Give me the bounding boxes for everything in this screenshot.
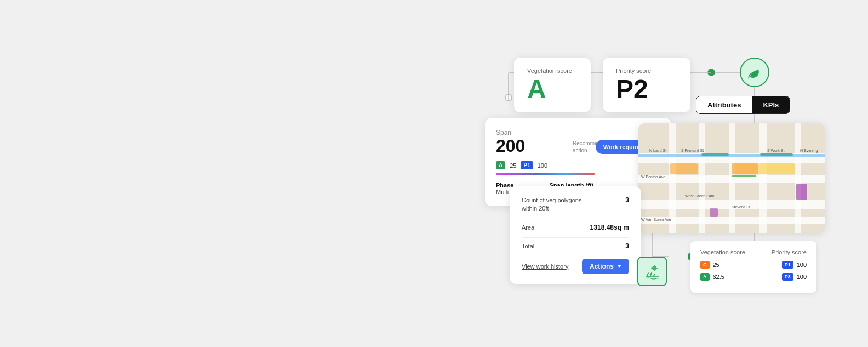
divider-2	[522, 237, 629, 238]
count-label: Count of veg polygons within 20ft	[522, 196, 598, 213]
svg-text:W Benton Ave: W Benton Ave	[641, 175, 665, 179]
svg-point-1	[505, 94, 512, 101]
svg-rect-21	[759, 123, 767, 233]
legend-veg-score-1: 25	[713, 261, 719, 268]
legend-badge-p3: P3	[782, 273, 793, 281]
svg-rect-18	[669, 123, 676, 233]
legend-left-2: A 62.5	[700, 273, 724, 281]
veg-count-card: Count of veg polygons within 20ft 3 Area…	[510, 186, 641, 284]
legend-badge-a: A	[700, 273, 710, 281]
legend-priority-score-2: 100	[797, 274, 807, 280]
badge-a-score: 25	[510, 162, 516, 169]
main-container: Vegetation score A Priority score P2 Att…	[0, 0, 868, 347]
legend-badge-c: C	[700, 261, 710, 269]
badge-p1-score: 100	[538, 162, 547, 169]
legend-veg-score-label: Vegetation score	[700, 249, 745, 255]
divider-1	[522, 219, 629, 219]
view-work-row: View work history Actions	[522, 259, 629, 274]
span-title: Span	[496, 129, 660, 136]
badge-p1: P1	[521, 161, 533, 169]
tabs-container: Attributes KPIs	[696, 96, 790, 114]
total-value: 3	[625, 242, 629, 250]
svg-point-4	[708, 69, 715, 76]
priority-score-label: Priority score	[616, 67, 677, 74]
svg-text:N Evening: N Evening	[800, 149, 818, 153]
svg-rect-26	[732, 163, 758, 174]
legend-header: Vegetation score Priority score	[700, 249, 807, 255]
priority-score-value: P2	[616, 76, 677, 103]
svg-text:Stevens St: Stevens St	[732, 205, 750, 209]
vegetation-icon	[643, 263, 661, 280]
count-row: Count of veg polygons within 20ft 3	[522, 196, 629, 213]
veg-score-value: A	[527, 76, 578, 103]
area-value: 1318.48sq m	[590, 224, 629, 231]
map-area: N Laird St S Fremont St S Work St N Even…	[638, 123, 825, 233]
count-value: 3	[625, 196, 629, 204]
svg-text:West Green Park: West Green Park	[685, 194, 715, 198]
tab-kpis[interactable]: KPIs	[752, 96, 790, 113]
svg-text:S Work St: S Work St	[767, 149, 784, 152]
legend-left-1: C 25	[700, 261, 719, 269]
progress-bar	[496, 173, 595, 175]
svg-rect-30	[710, 208, 718, 217]
view-work-link[interactable]: View work history	[522, 263, 568, 270]
leaf-icon-circle	[740, 58, 769, 87]
svg-text:N Laird St: N Laird St	[649, 149, 666, 152]
legend-row-2: A 62.5 P3 100	[700, 273, 807, 281]
vegetation-icon-box	[637, 257, 667, 286]
svg-text:W Van Buren Ave: W Van Buren Ave	[641, 218, 671, 221]
leaf-icon	[747, 65, 762, 79]
area-label: Area	[522, 224, 534, 232]
veg-score-label: Vegetation score	[527, 67, 578, 74]
svg-rect-27	[759, 163, 795, 174]
svg-rect-19	[699, 123, 705, 233]
legend-veg-score-2: 62.5	[713, 274, 724, 280]
legend-card: Vegetation score Priority score C 25 P1 …	[690, 241, 816, 293]
span-badges: A 25 P1 100	[496, 161, 660, 169]
legend-priority-score-label: Priority score	[772, 249, 807, 255]
legend-badge-p1: P1	[782, 261, 793, 269]
svg-point-40	[652, 266, 656, 270]
svg-rect-28	[670, 163, 698, 174]
area-row: Area 1318.48sq m	[522, 224, 629, 232]
tab-attributes[interactable]: Attributes	[696, 96, 752, 113]
priority-score-card: Priority score P2	[603, 58, 690, 112]
legend-right-2: P3 100	[782, 273, 807, 281]
map-svg: N Laird St S Fremont St S Work St N Even…	[638, 123, 825, 233]
total-label: Total	[522, 242, 534, 251]
svg-rect-20	[729, 123, 735, 233]
svg-rect-29	[796, 184, 807, 200]
legend-row-1: C 25 P1 100	[700, 261, 807, 269]
legend-priority-score-1: 100	[797, 261, 807, 268]
svg-rect-25	[732, 175, 756, 177]
svg-rect-31	[638, 154, 825, 157]
badge-a: A	[496, 161, 505, 169]
total-row: Total 3	[522, 242, 629, 251]
svg-rect-22	[795, 123, 801, 233]
chevron-down-icon	[617, 265, 621, 268]
actions-label: Actions	[590, 263, 614, 270]
actions-button[interactable]: Actions	[582, 259, 629, 274]
vegetation-score-card: Vegetation score A	[514, 58, 591, 112]
svg-text:S Fremont St: S Fremont St	[681, 149, 704, 152]
legend-right-1: P1 100	[782, 261, 807, 269]
